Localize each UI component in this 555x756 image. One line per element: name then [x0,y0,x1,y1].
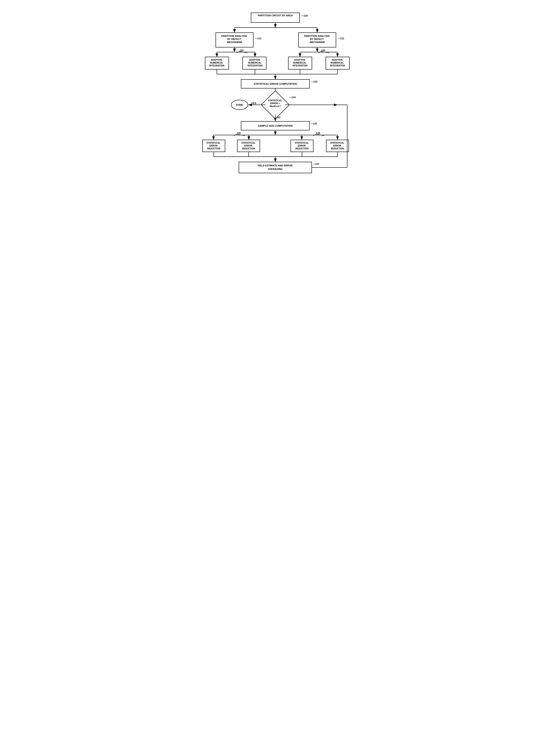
no-label: NO [277,116,281,119]
partition-circuit-label: PARTITION CIRCUIT BY AREA [258,14,293,17]
ani-rl-label: ADAPTIVE NUMERICAL INTEGRATION [293,59,307,67]
ref-137: —137 [313,163,319,165]
ref-133: —133 [311,80,317,83]
yield-estimate-node [239,162,312,173]
ref-136-left: 136 [237,132,241,134]
diamond-label: STATISTICAL ERROR < MaxError? [268,99,283,108]
ref-132-left: 132 [240,49,244,52]
ref-135: —135 [310,122,317,125]
ref-132-right: 132 [321,49,325,52]
flowchart-container: PARTITION CIRCUIT BY AREA —130 PARTITION… [200,4,355,225]
stat-error-comp-label: STATISTICAL ERROR COMPUTATION [254,83,297,85]
ani-rr-label: ADAPTIVE NUMERICAL INTEGRATION [330,59,345,67]
ref-136-right: 136 [316,132,320,134]
ref-131-right: —131 [338,37,344,40]
done-label: DONE [236,103,243,106]
ref-131-left: —131 [255,37,261,40]
sample-size-label: SAMPLE SIZE COMPUTATION [258,124,293,127]
ref-134: —134 [289,96,296,99]
yes-label: YES [252,102,256,104]
ref-130: —130 [301,14,308,17]
ani-lr-label: ADAPTIVE NUMERICAL INTEGRATION [248,59,262,67]
ani-ll-label: ADAPTIVE NUMERICAL INTEGRATION [209,59,224,67]
